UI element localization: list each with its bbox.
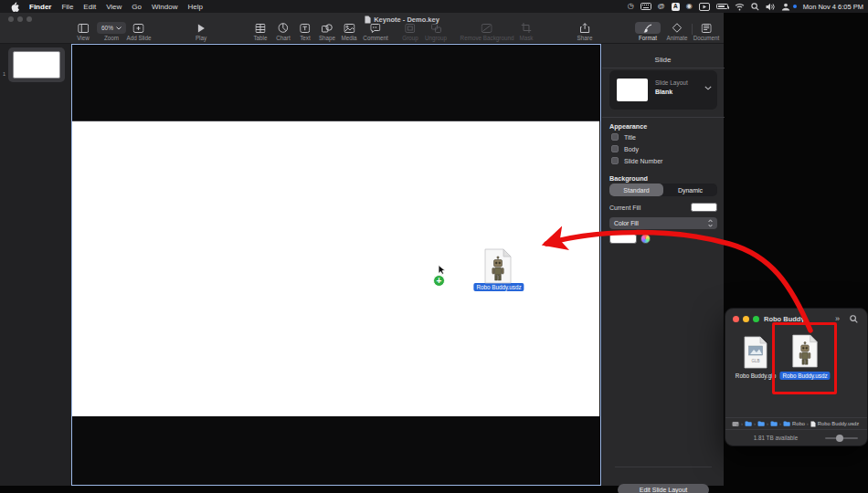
toolbar-mask-button[interactable]: Mask	[519, 22, 533, 41]
icon-size-slider[interactable]	[825, 437, 858, 439]
background-heading: Background	[609, 174, 648, 183]
window-traffic-lights[interactable]	[8, 16, 32, 22]
add-slide-icon	[133, 22, 144, 34]
color-well[interactable]	[609, 234, 637, 244]
copy-plus-badge: +	[433, 275, 445, 287]
toolbar-text-button[interactable]: Text	[300, 22, 311, 41]
toolbar-group-button[interactable]: Group	[402, 22, 418, 41]
glb-thumbnail	[749, 346, 763, 355]
toolbar-play-button[interactable]: Play	[196, 22, 206, 41]
slide-thumbnail[interactable]	[13, 51, 60, 79]
slide-number: 1	[3, 71, 5, 77]
slide-layout-label: Slide Layout	[655, 79, 688, 86]
format-inspector: Slide Slide Layout Blank Appearance Titl…	[601, 44, 724, 486]
menu-item-edit[interactable]: Edit	[83, 3, 96, 11]
file-icon[interactable]	[810, 421, 816, 427]
apple-icon[interactable]	[10, 2, 19, 11]
checkbox-box[interactable]	[611, 157, 619, 164]
wifi-icon[interactable]	[735, 2, 745, 11]
edit-slide-layout-button[interactable]: Edit Slide Layout	[618, 484, 709, 493]
divider	[615, 467, 712, 467]
chevron-down-icon	[116, 26, 122, 30]
input-source-icon[interactable]: A	[672, 3, 680, 11]
toolbar-format-button[interactable]: Format	[635, 22, 661, 41]
chart-icon	[279, 22, 289, 34]
menu-item-file[interactable]: File	[61, 3, 73, 11]
menu-item-view[interactable]: View	[106, 3, 122, 11]
inspector-title: Slide	[602, 56, 724, 64]
toolbar-comment-button[interactable]: Comment	[363, 22, 387, 41]
menu-item-finder[interactable]: Finder	[29, 3, 51, 11]
toolbar-document-button[interactable]: Document	[693, 22, 720, 41]
format-brush-icon	[643, 24, 652, 33]
folder-icon[interactable]	[770, 421, 778, 426]
slider-knob[interactable]	[836, 435, 843, 442]
clock-status-icon[interactable]: ◷	[628, 2, 634, 11]
file-icon-glb[interactable]: GLB	[743, 336, 768, 372]
volume-icon[interactable]	[766, 2, 775, 11]
menu-item-help[interactable]: Help	[187, 3, 202, 11]
svg-text:GLB: GLB	[751, 359, 759, 363]
mouse-cursor-icon	[438, 265, 447, 276]
checkbox-slide-number[interactable]: Slide Number	[611, 157, 662, 164]
chevron-down-icon	[704, 86, 712, 90]
text-icon	[301, 22, 311, 34]
color-wheel-button[interactable]	[640, 234, 651, 244]
battery-icon[interactable]	[716, 4, 728, 9]
zoom-button[interactable]	[753, 316, 759, 322]
segment-dynamic[interactable]: Dynamic	[663, 184, 717, 196]
appearance-heading: Appearance	[609, 122, 647, 131]
folder-icon[interactable]	[745, 421, 752, 426]
display-icon[interactable]	[699, 2, 710, 11]
slide-layout-card[interactable]: Slide Layout Blank	[609, 70, 717, 110]
spotlight-search-icon[interactable]	[751, 2, 759, 11]
current-fill-swatch[interactable]	[691, 203, 717, 212]
menu-item-window[interactable]: Window	[152, 3, 177, 11]
toolbar-media-button[interactable]: Media	[341, 22, 356, 41]
toolbar-share-button[interactable]: Share	[577, 22, 593, 41]
remove-background-icon	[482, 22, 492, 34]
menu-clock[interactable]: Mon Nov 4 6:05 PM	[803, 3, 863, 11]
toolbar-table-button[interactable]: Table	[253, 22, 267, 41]
close-button[interactable]	[733, 316, 739, 322]
checkbox-title[interactable]: Title	[611, 133, 636, 141]
checkbox-box[interactable]	[611, 133, 619, 141]
toolbar-animate-button[interactable]: Animate	[666, 22, 687, 41]
path-item-robo[interactable]: Robo	[792, 421, 805, 426]
folder-icon[interactable]	[783, 421, 790, 426]
shape-icon	[322, 22, 333, 34]
search-icon[interactable]	[850, 315, 858, 323]
menu-item-go[interactable]: Go	[132, 3, 142, 11]
toolbar-view-button[interactable]: View	[77, 22, 90, 41]
fill-type-dropdown[interactable]: Color Fill	[609, 217, 717, 229]
checkbox-body[interactable]: Body	[611, 145, 639, 152]
toolbar-ungroup-button[interactable]: Ungroup	[425, 22, 447, 41]
user-account-icon[interactable]	[781, 2, 790, 11]
toolbar-shape-button[interactable]: Shape	[319, 22, 335, 41]
menu-bar: Finder File Edit View Go Window Help ◷ @…	[0, 0, 868, 13]
format-active-pill	[635, 22, 661, 34]
toolbar-remove-background-button[interactable]: Remove Background	[460, 22, 514, 41]
toolbar-zoom-control[interactable]: 60% Zoom	[97, 22, 126, 41]
keynote-toolbar: Keynote - Demo.key View 60% Zoom Add Sli…	[0, 13, 724, 44]
toolbar-chart-button[interactable]: Chart	[276, 22, 290, 41]
record-status-icon[interactable]: ◉	[686, 2, 693, 11]
notification-dot	[793, 5, 797, 8]
minimize-button[interactable]	[743, 316, 749, 322]
path-item-file[interactable]: Robo Buddy.usdz	[818, 421, 859, 426]
folder-icon[interactable]	[757, 421, 765, 426]
slide-area[interactable]	[72, 121, 599, 416]
at-circle-icon[interactable]: @	[658, 2, 665, 11]
checkbox-box[interactable]	[611, 145, 619, 152]
toolbar-add-slide-button[interactable]: Add Slide	[127, 22, 152, 41]
dragged-file-icon[interactable]	[482, 248, 513, 288]
background-segmented-control: Standard Dynamic	[609, 184, 717, 196]
disk-icon[interactable]	[732, 421, 739, 427]
keyboard-icon[interactable]	[640, 2, 651, 11]
slide-canvas[interactable]	[71, 44, 601, 486]
file-label-glb[interactable]: Robo Buddy.glb	[736, 372, 776, 379]
comment-icon	[370, 22, 380, 34]
mask-crop-icon	[521, 22, 531, 34]
media-icon	[344, 22, 355, 34]
segment-standard[interactable]: Standard	[609, 184, 663, 196]
